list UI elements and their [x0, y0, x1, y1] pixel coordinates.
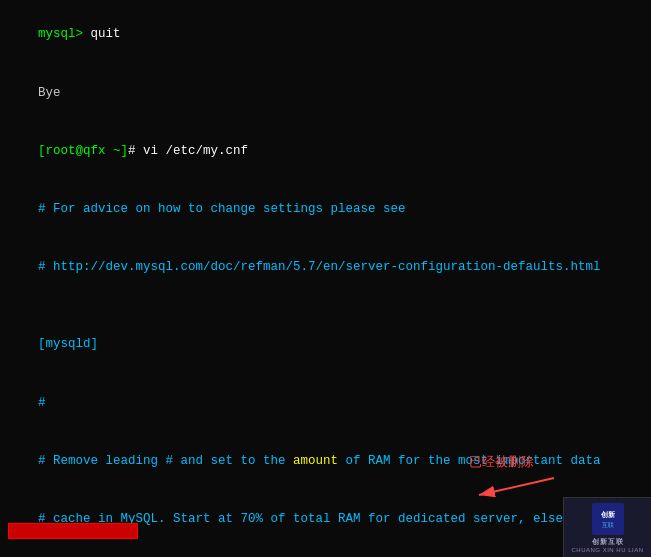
line-hash-1: # — [8, 374, 643, 432]
line-1: mysql> quit — [8, 6, 643, 64]
annotation-text: 已经被删除 — [469, 454, 534, 469]
watermark-pinyin-text: CHUANG XIN HU LIAN — [571, 547, 643, 553]
watermark: 创新 互联 创新互联 CHUANG XIN HU LIAN — [563, 497, 651, 557]
svg-text:互联: 互联 — [602, 522, 614, 528]
terminal-window: mysql> quit Bye [root@qfx ~]# vi /etc/my… — [0, 0, 651, 557]
watermark-logo-svg: 创新 互联 — [592, 503, 624, 535]
watermark-cn-text: 创新互联 — [592, 537, 624, 547]
line-innodb: # innodb_buffer_pool_size = 128M — [8, 549, 643, 558]
prompt-mysql: mysql> — [38, 27, 83, 41]
svg-line-1 — [479, 478, 554, 495]
line-empty-1 — [8, 297, 643, 316]
line-comment-1: # For advice on how to change settings p… — [8, 180, 643, 238]
arrow-svg — [469, 473, 559, 503]
cmd-quit: quit — [83, 27, 121, 41]
deleted-indicator-box — [8, 523, 138, 539]
annotation-container: 已经被删除 — [469, 453, 559, 503]
line-comment-2: # http://dev.mysql.com/doc/refman/5.7/en… — [8, 239, 643, 297]
line-bye: Bye — [8, 64, 643, 122]
line-vi-cmd: [root@qfx ~]# vi /etc/my.cnf — [8, 122, 643, 180]
line-mysqld-section: [mysqld] — [8, 316, 643, 374]
svg-text:创新: 创新 — [600, 510, 615, 518]
svg-rect-2 — [592, 503, 624, 535]
